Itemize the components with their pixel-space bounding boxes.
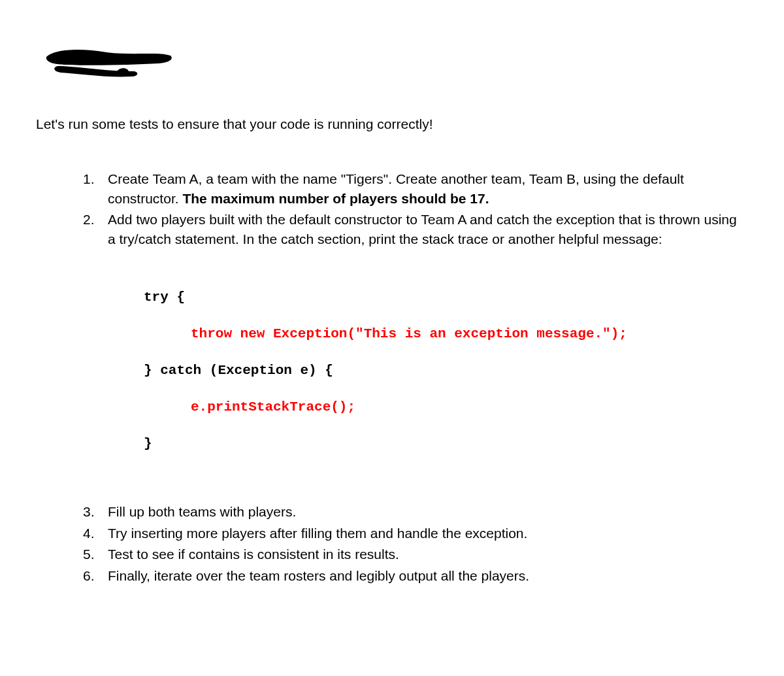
item1-bold: The maximum number of players should be … xyxy=(182,191,489,206)
redaction-mark xyxy=(41,42,748,82)
item5-text: Test to see if contains is consistent in… xyxy=(108,547,399,562)
list-item-4: Try inserting more players after filling… xyxy=(83,524,748,543)
list-item-1: Create Team A, a team with the name "Tig… xyxy=(83,169,748,208)
code-line-close: } xyxy=(144,431,748,457)
code-line-throw: throw new Exception("This is an exceptio… xyxy=(144,321,748,347)
list-item-2: Add two players built with the default c… xyxy=(83,210,748,456)
item4-text: Try inserting more players after filling… xyxy=(108,526,527,541)
list-item-6: Finally, iterate over the team rosters a… xyxy=(83,566,748,585)
numbered-list: Create Team A, a team with the name "Tig… xyxy=(83,169,748,585)
code-line-catch: } catch (Exception e) { xyxy=(144,358,748,384)
list-item-5: Test to see if contains is consistent in… xyxy=(83,545,748,564)
document-page: Let's run some tests to ensure that your… xyxy=(0,0,784,623)
item6-text: Finally, iterate over the team rosters a… xyxy=(108,568,529,583)
code-line-try: try { xyxy=(144,284,748,311)
item2-text: Add two players built with the default c… xyxy=(108,212,737,246)
item3-text: Fill up both teams with players. xyxy=(108,504,296,519)
code-line-print: e.printStackTrace(); xyxy=(144,394,748,420)
numbered-list-wrap: Create Team A, a team with the name "Tig… xyxy=(36,169,748,585)
intro-text: Let's run some tests to ensure that your… xyxy=(36,114,748,133)
code-block: try { throw new Exception("This is an ex… xyxy=(144,284,748,456)
list-item-3: Fill up both teams with players. xyxy=(83,502,748,521)
